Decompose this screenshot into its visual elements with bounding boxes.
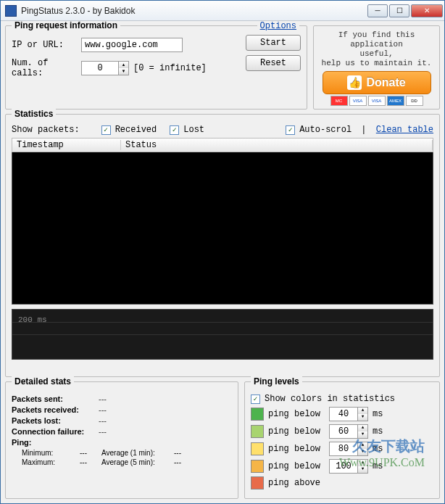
- level-row-4: ping below ▲▼ ms: [251, 459, 433, 474]
- level-row-3: ping below ▲▼ ms: [251, 442, 433, 456]
- swatch-4: [251, 460, 264, 473]
- graph-area: 200 ms: [12, 309, 433, 360]
- thumbsup-icon: 👍: [347, 75, 362, 90]
- statistics-legend: Statistics: [12, 109, 56, 119]
- donate-panel: If you find this application useful, hel…: [313, 25, 440, 110]
- table-header: Timestamp Status: [12, 138, 433, 152]
- detailed-stats-legend: Detailed stats: [12, 376, 74, 387]
- col-timestamp[interactable]: Timestamp: [12, 140, 121, 150]
- threshold-3-input[interactable]: [329, 442, 358, 456]
- level-row-1: ping below ▲▼ ms: [251, 407, 433, 421]
- detailed-stats-panel: Detailed stats Packets sent:--- Packets …: [5, 381, 238, 499]
- statistics-panel: Statistics Show packets: ✓ Received ✓ Lo…: [5, 114, 440, 377]
- donate-button[interactable]: 👍 Donate: [323, 71, 431, 94]
- received-checkbox[interactable]: ✓: [101, 125, 111, 135]
- table-body[interactable]: [12, 152, 433, 305]
- numcalls-hint: [0 = infinite]: [133, 63, 207, 73]
- close-button[interactable]: ✕: [411, 4, 443, 17]
- reset-button[interactable]: Reset: [246, 55, 301, 71]
- swatch-3: [251, 442, 264, 455]
- lost-checkbox[interactable]: ✓: [170, 125, 179, 135]
- numcalls-input[interactable]: [81, 61, 119, 75]
- donate-msg: If you find this application useful, hel…: [318, 30, 435, 68]
- numcalls-label: Num. of calls:: [12, 58, 77, 78]
- payment-cards: MC VISA VISA AMEX DD: [318, 96, 435, 106]
- minimize-button[interactable]: ─: [367, 4, 388, 17]
- ping-levels-panel: Ping levels ✓ Show colors in statistics …: [244, 381, 440, 499]
- swatch-2: [251, 425, 264, 438]
- col-status[interactable]: Status: [121, 140, 433, 150]
- ping-request-panel: Ping request information Options IP or U…: [5, 25, 307, 110]
- threshold-1-input[interactable]: [329, 407, 358, 421]
- options-link[interactable]: Options: [260, 21, 296, 31]
- start-button[interactable]: Start: [246, 35, 301, 51]
- window-title: PingStatus 2.3.0 - by Bakidok: [20, 6, 366, 16]
- ping-request-legend: Ping request information: [12, 21, 120, 30]
- ip-input[interactable]: [81, 38, 183, 52]
- titlebar: PingStatus 2.3.0 - by Bakidok ─ ☐ ✕: [1, 1, 444, 21]
- show-colors-checkbox[interactable]: ✓: [251, 394, 260, 404]
- swatch-5: [251, 476, 264, 489]
- threshold-4-input[interactable]: [329, 459, 358, 474]
- maximize-button[interactable]: ☐: [389, 4, 409, 17]
- level-row-5: ping above: [251, 476, 433, 489]
- ip-label: IP or URL:: [12, 40, 77, 50]
- clean-table-link[interactable]: Clean table: [376, 125, 433, 135]
- app-icon: [5, 5, 17, 17]
- ping-levels-legend: Ping levels: [251, 376, 302, 387]
- swatch-1: [251, 408, 264, 421]
- threshold-2-input[interactable]: [329, 424, 358, 439]
- show-packets-label: Show packets:: [12, 125, 80, 135]
- autoscroll-checkbox[interactable]: ✓: [286, 125, 295, 135]
- level-row-2: ping below ▲▼ ms: [251, 424, 433, 439]
- numcalls-spinner[interactable]: ▲▼: [119, 61, 129, 75]
